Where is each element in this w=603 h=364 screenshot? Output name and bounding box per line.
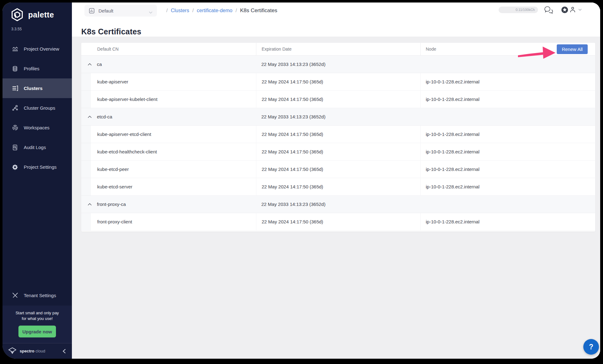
project-settings-icon: [12, 164, 18, 170]
table-body: ca22 May 2033 14:13:23 (3652d)kube-apise…: [81, 56, 595, 231]
sidebar-item-label: Project Overview: [24, 46, 59, 52]
notifications-star-icon[interactable]: [561, 6, 568, 13]
sidebar-item-project-overview[interactable]: Project Overview: [3, 39, 72, 59]
project-selector-value: Default: [98, 8, 113, 13]
user-menu-chevron-icon[interactable]: [578, 8, 582, 11]
cert-group-row-front-proxy-ca[interactable]: front-proxy-ca22 May 2033 14:13:23 (3652…: [81, 196, 595, 213]
chat-icon[interactable]: [544, 6, 553, 14]
sidebar-item-profiles[interactable]: Profiles: [3, 59, 72, 78]
palette-logo-icon: [10, 7, 24, 22]
cert-group-name: ca: [97, 62, 102, 67]
renew-all-button[interactable]: Renew All: [557, 44, 588, 54]
cert-name: front-proxy-client: [91, 219, 256, 224]
sidebar-item-tenant-settings[interactable]: Tenant Settings: [3, 288, 72, 303]
cert-node: ip-10-0-1-228.ec2.internal: [420, 213, 595, 230]
footer-brand: spectro cloud: [20, 349, 45, 353]
main-area: Default /Clusters/certificate-demo/K8s C…: [72, 2, 600, 359]
sidebar-item-label: Audit Logs: [24, 145, 46, 150]
sidebar-item-label: Workspaces: [24, 125, 49, 130]
clusters-icon: [12, 85, 18, 92]
cert-name: kube-apiserver: [91, 79, 256, 84]
cert-expiration: 22 May 2024 14:17:50 (365d): [256, 161, 420, 178]
cert-node: ip-10-0-1-228.ec2.internal: [420, 91, 595, 108]
upgrade-promo: Start small and only pay for what you us…: [3, 306, 72, 343]
workspaces-icon: [12, 124, 18, 131]
column-header-expiration-date: Expiration Date: [256, 43, 420, 55]
sidebar-item-clusters[interactable]: Clusters: [3, 78, 72, 98]
sidebar-item-label: Tenant Settings: [24, 293, 56, 298]
sidebar-item-label: Clusters: [24, 86, 43, 91]
breadcrumb-separator: /: [166, 8, 168, 13]
cert-node: ip-10-0-1-228.ec2.internal: [420, 73, 595, 90]
page-title: K8s Certificates: [81, 27, 141, 36]
sidebar-item-project-settings[interactable]: Project Settings: [3, 157, 72, 177]
breadcrumb-item-certificate-demo[interactable]: certificate-demo: [197, 8, 233, 13]
cert-node: ip-10-0-1-228.ec2.internal: [420, 143, 595, 160]
cert-group-name: front-proxy-ca: [97, 202, 126, 207]
breadcrumb-item-clusters[interactable]: Clusters: [171, 8, 189, 13]
sidebar-item-cluster-groups[interactable]: Cluster Groups: [3, 98, 72, 118]
table-header-row: Default CN Expiration Date Node Renew Al…: [81, 43, 595, 56]
sidebar-nav: Project OverviewProfilesClustersCluster …: [3, 39, 72, 177]
cert-expiration: 22 May 2024 14:17:50 (365d): [256, 73, 420, 90]
cert-row-kube-etcd-peer: kube-etcd-peer22 May 2024 14:17:50 (365d…: [81, 161, 595, 178]
cert-group-row-etcd-ca[interactable]: etcd-ca22 May 2033 14:13:23 (3652d): [81, 108, 595, 126]
sidebar: palette 3.3.55 Project OverviewProfilesC…: [3, 2, 72, 359]
brand-name: palette: [28, 10, 54, 19]
app-version: 3.3.55: [11, 27, 72, 31]
breadcrumb: /Clusters/certificate-demo/K8s Certifica…: [163, 2, 277, 19]
certificates-table: Default CN Expiration Date Node Renew Al…: [81, 43, 595, 232]
tenant-settings-icon: [12, 292, 18, 299]
cert-expiration: 22 May 2024 14:17:50 (365d): [256, 213, 420, 230]
brand-logo: palette: [10, 7, 72, 22]
row-indent: [81, 161, 91, 178]
row-indent: [81, 126, 91, 143]
cert-expiration: 22 May 2024 14:17:50 (365d): [256, 126, 420, 143]
cert-group-expiration: 22 May 2033 14:13:23 (3652d): [256, 202, 420, 207]
row-indent: [81, 143, 91, 161]
row-indent: [81, 73, 91, 91]
cert-name: kube-etcd-peer: [91, 167, 256, 172]
cert-name: kube-etcd-server: [91, 184, 256, 189]
cert-row-kube-etcd-healthcheck-client: kube-etcd-healthcheck-client22 May 2024 …: [81, 143, 595, 161]
cert-expiration: 22 May 2024 14:17:50 (365d): [256, 91, 420, 108]
footer-brand-bold: spectro: [20, 349, 34, 353]
cert-row-kube-apiserver-etcd-client: kube-apiserver-etcd-client22 May 2024 14…: [81, 126, 595, 143]
cert-group-expiration: 22 May 2033 14:13:23 (3652d): [256, 62, 420, 67]
column-header-default-cn: Default CN: [81, 43, 256, 55]
cert-row-kube-apiserver: kube-apiserver22 May 2024 14:17:50 (365d…: [81, 73, 595, 91]
promo-text-line2: for what you use!: [6, 316, 69, 322]
footer-brand-light: cloud: [36, 349, 45, 353]
cert-name: kube-apiserver-etcd-client: [91, 132, 256, 137]
sidebar-bottom: Tenant Settings Start small and only pay…: [3, 288, 72, 359]
cert-row-kube-apiserver-kubelet-client: kube-apiserver-kubelet-client22 May 2024…: [81, 91, 595, 108]
cert-node: ip-10-0-1-228.ec2.internal: [420, 161, 595, 178]
usage-meter: 0.11/100kCh: [499, 7, 538, 13]
cert-row-kube-etcd-server: kube-etcd-server22 May 2024 14:17:50 (36…: [81, 178, 595, 196]
row-indent: [81, 91, 91, 108]
breadcrumb-separator: /: [192, 8, 193, 13]
profiles-icon: [12, 65, 18, 72]
collapse-chevron-icon[interactable]: [88, 116, 92, 118]
cert-name: kube-apiserver-kubelet-client: [91, 97, 256, 102]
chevron-down-icon: [149, 9, 153, 12]
help-button[interactable]: ?: [583, 339, 599, 355]
project-selector-dropdown[interactable]: Default: [84, 5, 157, 17]
user-menu-icon[interactable]: [569, 6, 576, 13]
sidebar-item-audit-logs[interactable]: Audit Logs: [3, 137, 72, 157]
sidebar-collapse-button[interactable]: [63, 349, 66, 353]
row-indent: [81, 178, 91, 196]
row-indent: [81, 213, 91, 231]
project-scope-icon: [89, 8, 95, 14]
cert-group-expiration: 22 May 2033 14:13:23 (3652d): [256, 114, 420, 119]
cluster-groups-icon: [12, 105, 18, 111]
breadcrumb-item-k8s-certificates: K8s Certificates: [240, 7, 277, 14]
cert-group-row-ca[interactable]: ca22 May 2033 14:13:23 (3652d): [81, 56, 595, 73]
cert-node: ip-10-0-1-228.ec2.internal: [420, 126, 595, 143]
collapse-chevron-icon[interactable]: [88, 63, 92, 66]
upgrade-now-button[interactable]: Upgrade now: [18, 326, 56, 337]
project-overview-icon: [12, 46, 18, 52]
breadcrumb-separator: /: [235, 8, 237, 13]
collapse-chevron-icon[interactable]: [88, 203, 92, 206]
sidebar-item-workspaces[interactable]: Workspaces: [3, 118, 72, 137]
